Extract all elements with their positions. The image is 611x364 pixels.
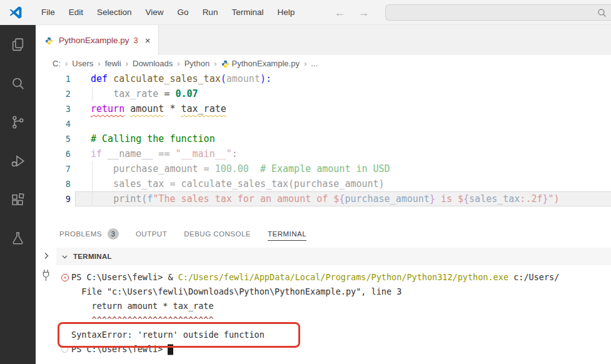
code-token: f (147, 193, 153, 205)
run-debug-icon[interactable] (10, 153, 26, 169)
panel-tab-debug-console[interactable]: DEBUG CONSOLE (184, 230, 251, 238)
terminal-line: PS C:\Users\fewli> (61, 342, 611, 356)
tab-title: PythonExample.py (59, 36, 129, 45)
terminal-token: return amount * tax_rate (71, 299, 214, 313)
code-token (91, 88, 113, 99)
vscode-logo-icon (8, 5, 23, 20)
code-token: purchase_amount = (91, 163, 215, 174)
terminal-line: File "c:\Users\fewli\Downloads\Python\Py… (61, 285, 611, 299)
breadcrumb-segment[interactable]: Python (183, 59, 211, 68)
history-nav: ← → (334, 0, 369, 25)
terminal-token: C:/Users/fewli/AppData/Local/Programs/Py… (178, 270, 508, 285)
terminal-line-gutter (61, 299, 71, 313)
terminal-cursor (168, 345, 173, 355)
code-line: 9 print(f"The sales tax for an amount of… (36, 191, 611, 206)
breadcrumb-file[interactable]: PythonExample.py (231, 59, 301, 68)
breadcrumb-segment[interactable]: Downloads (131, 59, 174, 68)
code-token: "The sales tax for an amount of $ (153, 193, 339, 205)
breadcrumb-separator: › (301, 59, 310, 68)
terminal-line: SyntaxError: 'return' outside function (61, 328, 611, 342)
terminal-output[interactable]: ✕PS C:\Users\fewli> & C:/Users/fewli/App… (56, 265, 611, 364)
code-line: 2 tax_rate = 0.07 (36, 86, 611, 101)
terminal-token: PS C:\Users\fewli> (71, 342, 168, 356)
terminal-line: return amount * tax_rate (61, 299, 611, 313)
tab-problem-count: 3 (134, 36, 138, 45)
terminal-token: PS C:\Users\fewli> (71, 270, 168, 285)
code-token: :.2f (520, 193, 542, 205)
line-number: 4 (36, 116, 91, 131)
source-control-icon[interactable] (10, 114, 26, 130)
tab-close-icon[interactable]: × (145, 35, 151, 46)
panel-tab-output[interactable]: OUTPUT (136, 230, 167, 238)
back-arrow-icon[interactable]: ← (334, 0, 345, 25)
code-token: tax_rate (113, 88, 158, 99)
extensions-icon[interactable] (10, 192, 26, 208)
search-sidebar-icon[interactable] (10, 76, 26, 91)
code-token: sales_tax = calculate_sales_tax(purchase… (91, 178, 385, 190)
tab-pythonexample[interactable]: PythonExample.py 3 × (36, 25, 159, 55)
terminal-token: ^^^^^^^^^^^^^^^^^^^^^^^^ (71, 313, 214, 328)
code-token: amount (226, 73, 260, 84)
code-token (249, 163, 260, 174)
code-token: purchase_amount (345, 193, 429, 205)
line-number: 9 (36, 191, 91, 206)
activity-bar (0, 25, 36, 364)
forward-arrow-icon[interactable]: → (358, 0, 369, 25)
code-line: 5# Calling the function (36, 131, 611, 146)
menu-item-go[interactable]: Go (171, 0, 196, 25)
panel-tab-terminal[interactable]: TERMINAL (268, 230, 306, 238)
code-token: : (266, 73, 271, 84)
dim-circle-icon (61, 342, 71, 356)
code-token: "__main__" (175, 148, 231, 159)
code-token: calculate_sales_tax (113, 73, 221, 84)
breadcrumb-segment[interactable]: Users (71, 59, 94, 68)
code-token: { (463, 193, 469, 205)
title-bar: FileEditSelectionViewGoRunTerminalHelp ←… (0, 0, 611, 25)
search-icon (597, 8, 607, 18)
terminal-section-header[interactable]: TERMINAL (56, 248, 611, 265)
breadcrumb-segment[interactable]: fewli (104, 59, 123, 68)
testing-icon[interactable] (10, 231, 26, 246)
chevron-down-icon[interactable] (61, 253, 69, 261)
code-line-text: purchase_amount = 100.00 # Example amoun… (91, 161, 390, 176)
code-token: amount (130, 103, 164, 114)
code-token (108, 73, 113, 84)
panel-tab-strip: PROBLEMS3OUTPUTDEBUG CONSOLETERMINAL (36, 220, 611, 248)
code-token: # Calling the function (91, 133, 215, 144)
terminal-line: ✕PS C:\Users\fewli> & C:/Users/fewli/App… (61, 270, 611, 285)
breadcrumb-segment[interactable]: C: (51, 59, 62, 68)
menu-item-view[interactable]: View (139, 0, 171, 25)
command-center-search[interactable] (385, 4, 611, 21)
menu-item-run[interactable]: Run (196, 0, 225, 25)
vscode-window: FileEditSelectionViewGoRunTerminalHelp ←… (0, 0, 611, 364)
panel-tab-problems[interactable]: PROBLEMS3 (59, 228, 119, 240)
code-line: 4 (36, 116, 611, 131)
panel-tab-label: OUTPUT (136, 230, 167, 238)
terminal-line: ^^^^^^^^^^^^^^^^^^^^^^^^ (61, 313, 611, 328)
code-token: 0.07 (175, 88, 198, 99)
plug-icon (41, 269, 51, 281)
code-token: sales_tax (469, 193, 520, 205)
code-token: print (113, 193, 141, 205)
explorer-icon[interactable] (10, 37, 26, 53)
code-token: # Example amount in USD (260, 163, 390, 174)
editor-tab-strip: PythonExample.py 3 × (36, 25, 611, 55)
python-file-icon (221, 60, 230, 68)
code-token: ( (141, 193, 147, 205)
breadcrumb-separator: › (211, 59, 220, 68)
python-file-icon (45, 37, 53, 45)
menu-item-edit[interactable]: Edit (62, 0, 90, 25)
breadcrumb-more[interactable]: ... (310, 59, 319, 68)
code-token: } (430, 193, 435, 205)
line-number: 1 (36, 71, 91, 86)
panel-tab-label: DEBUG CONSOLE (184, 230, 251, 238)
menu-item-help[interactable]: Help (270, 0, 301, 25)
code-line-text: def calculate_sales_tax(amount): (91, 71, 271, 86)
menu-item-selection[interactable]: Selection (90, 0, 139, 25)
panel-maximize-chevron-icon[interactable] (41, 251, 51, 261)
code-line: 7 purchase_amount = 100.00 # Example amo… (36, 161, 611, 176)
code-editor[interactable]: 1def calculate_sales_tax(amount):2 tax_r… (36, 71, 611, 220)
menu-item-terminal[interactable]: Terminal (225, 0, 270, 25)
breadcrumb-separator: › (94, 59, 103, 68)
menu-item-file[interactable]: File (34, 0, 62, 25)
